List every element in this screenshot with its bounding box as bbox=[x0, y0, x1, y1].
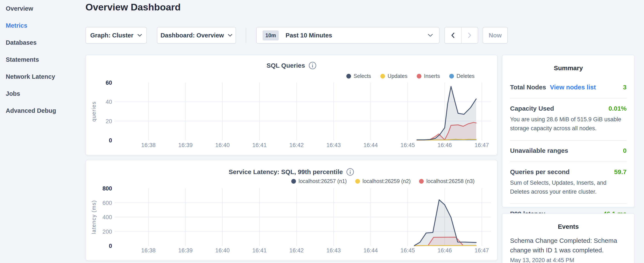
sidebar-item-metrics[interactable]: Metrics bbox=[0, 17, 85, 34]
page-title: Overview Dashboard bbox=[86, 2, 181, 13]
sidebar-item-jobs[interactable]: Jobs bbox=[0, 85, 85, 102]
svg-text:40: 40 bbox=[106, 99, 112, 105]
summary-row-description: You are using 28.6 MiB of 515.9 GiB usab… bbox=[510, 115, 626, 133]
svg-text:400: 400 bbox=[102, 214, 112, 220]
event-timestamp: May 13, 2020 at 4:45 PM bbox=[510, 257, 626, 263]
summary-row-value: 0.01% bbox=[608, 105, 626, 112]
time-range-badge: 10m bbox=[262, 31, 279, 41]
summary-row-value: 0 bbox=[623, 147, 626, 154]
svg-text:20: 20 bbox=[106, 118, 112, 124]
events-title: Events bbox=[510, 223, 626, 230]
svg-text:16:39: 16:39 bbox=[178, 247, 193, 254]
svg-text:16:38: 16:38 bbox=[141, 142, 156, 148]
svg-text:16:39: 16:39 bbox=[178, 142, 193, 148]
summary-row: Total NodesView nodes list3 bbox=[510, 77, 626, 99]
summary-title: Summary bbox=[510, 65, 626, 72]
sidebar-item-network-latency[interactable]: Network Latency bbox=[0, 68, 85, 85]
sidebar-item-databases[interactable]: Databases bbox=[0, 34, 85, 51]
step-forward-button[interactable] bbox=[461, 28, 478, 43]
summary-row-label: Queries per second bbox=[510, 168, 570, 176]
controls-divider bbox=[246, 28, 246, 43]
events-panel: Events Schema Change Completed: Schema c… bbox=[502, 213, 635, 263]
service-latency-chart: 16:3816:3916:4016:4116:4216:4316:4416:45… bbox=[86, 160, 498, 261]
dashboard-dropdown-label: Dashboard: Overview bbox=[160, 32, 224, 39]
sql-queries-card: SQL Queries SelectsUpdatesInsertsDeletes… bbox=[86, 55, 498, 155]
svg-text:60: 60 bbox=[106, 80, 112, 86]
summary-row-value: 59.7 bbox=[614, 168, 626, 176]
svg-text:latency (ms): latency (ms) bbox=[91, 200, 97, 234]
time-range-picker[interactable]: 10m Past 10 Minutes bbox=[256, 27, 440, 44]
sidebar-item-advanced-debug[interactable]: Advanced Debug bbox=[0, 102, 85, 119]
svg-text:16:41: 16:41 bbox=[252, 142, 267, 148]
svg-text:600: 600 bbox=[102, 200, 112, 206]
svg-text:16:44: 16:44 bbox=[363, 247, 378, 254]
summary-row: Queries per second59.7Sum of Selects, Up… bbox=[510, 162, 626, 204]
chevron-down-icon bbox=[428, 34, 433, 37]
svg-text:queries: queries bbox=[91, 101, 97, 122]
svg-text:16:40: 16:40 bbox=[216, 247, 230, 254]
chevron-down-icon bbox=[137, 34, 142, 37]
graph-dropdown[interactable]: Graph: Cluster bbox=[86, 27, 147, 44]
time-range-label: Past 10 Minutes bbox=[286, 32, 332, 39]
svg-text:16:43: 16:43 bbox=[326, 247, 341, 254]
dashboard-dropdown[interactable]: Dashboard: Overview bbox=[157, 27, 236, 44]
summary-row: Unavailable ranges0 bbox=[510, 141, 626, 162]
svg-text:16:46: 16:46 bbox=[438, 247, 452, 254]
svg-text:0: 0 bbox=[109, 137, 112, 144]
summary-row-label: Total Nodes bbox=[510, 84, 546, 91]
svg-text:16:41: 16:41 bbox=[252, 247, 267, 254]
svg-text:16:45: 16:45 bbox=[400, 142, 415, 148]
svg-text:16:44: 16:44 bbox=[363, 142, 378, 148]
event-text: Schema Change Completed: Schema change w… bbox=[510, 236, 626, 255]
summary-row-label: Capacity Used bbox=[510, 105, 554, 112]
svg-text:16:42: 16:42 bbox=[289, 142, 304, 148]
step-back-button[interactable] bbox=[445, 28, 461, 43]
svg-text:16:38: 16:38 bbox=[141, 247, 156, 254]
time-step-arrows bbox=[444, 27, 478, 44]
svg-text:16:47: 16:47 bbox=[474, 142, 489, 148]
summary-row-label: Unavailable ranges bbox=[510, 147, 568, 154]
sidebar-item-overview[interactable]: Overview bbox=[0, 0, 85, 17]
summary-panel: Summary Total NodesView nodes list3Capac… bbox=[502, 55, 635, 207]
graph-dropdown-label: Graph: Cluster bbox=[90, 32, 133, 39]
now-button[interactable]: Now bbox=[483, 27, 508, 44]
summary-row: Capacity Used0.01%You are using 28.6 MiB… bbox=[510, 99, 626, 141]
svg-text:16:42: 16:42 bbox=[289, 247, 304, 254]
svg-text:16:40: 16:40 bbox=[216, 142, 230, 148]
summary-row-value: 3 bbox=[623, 84, 626, 91]
svg-text:16:45: 16:45 bbox=[400, 247, 415, 254]
sidebar-item-statements[interactable]: Statements bbox=[0, 51, 85, 68]
view-nodes-list-link[interactable]: View nodes list bbox=[550, 84, 596, 91]
summary-row-description: Sum of Selects, Updates, Inserts, and De… bbox=[510, 178, 626, 196]
chevron-left-icon bbox=[451, 33, 454, 38]
svg-text:0: 0 bbox=[109, 243, 112, 249]
svg-text:16:47: 16:47 bbox=[474, 247, 489, 254]
svg-text:16:43: 16:43 bbox=[326, 142, 341, 148]
sql-queries-chart: 16:3816:3916:4016:4116:4216:4316:4416:45… bbox=[86, 55, 498, 156]
svg-text:16:46: 16:46 bbox=[438, 142, 452, 148]
sidebar: OverviewMetricsDatabasesStatementsNetwor… bbox=[0, 0, 85, 119]
chevron-right-icon bbox=[468, 33, 471, 38]
svg-text:800: 800 bbox=[102, 185, 112, 192]
service-latency-card: Service Latency: SQL, 99th percentile lo… bbox=[86, 160, 498, 261]
svg-text:200: 200 bbox=[102, 228, 112, 235]
chevron-down-icon bbox=[228, 34, 232, 37]
